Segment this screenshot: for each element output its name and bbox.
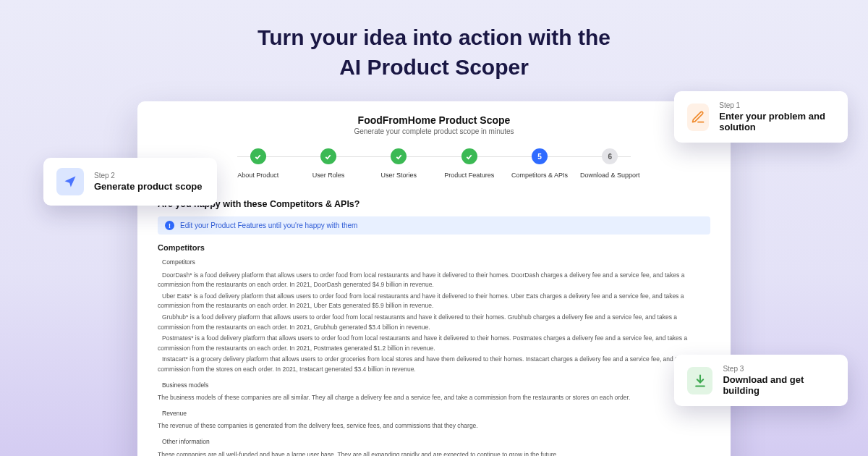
headline-line-1: Turn your idea into action with the (258, 25, 610, 49)
headline-line-2: AI Product Scoper (339, 55, 529, 79)
callout-step-1: Step 1 Enter your problem and solution (674, 91, 848, 143)
step-label: Product Features (444, 172, 494, 179)
body-sub-revenue: Revenue (158, 409, 710, 419)
download-icon (687, 367, 712, 394)
other-info-text: These companies are all well-funded and … (158, 450, 710, 457)
callout-step-3: Step 3 Download and get building (674, 355, 848, 406)
info-banner[interactable]: ! Edit your Product Features until you'r… (158, 216, 710, 235)
body-sub-other: Other information (158, 437, 710, 447)
callout-step-2: Step 2 Generate product scope (43, 158, 217, 206)
app-title: FoodFromHome Product Scope (158, 114, 710, 126)
body-sub-business-models: Business models (158, 381, 710, 391)
check-icon (391, 148, 407, 164)
send-icon (56, 168, 84, 195)
competitor-doordash: DoorDash* is a food delivery platform th… (158, 271, 710, 290)
check-icon (461, 148, 477, 164)
check-icon (320, 148, 336, 164)
step-label: About Product (237, 172, 278, 179)
callout-kicker: Step 1 (719, 101, 835, 109)
edit-icon (687, 104, 709, 131)
step-label: User Roles (312, 172, 345, 179)
competitor-ubereats: Uber Eats* is a food delivery platform t… (158, 292, 710, 311)
step-user-roles[interactable]: User Roles (293, 148, 363, 179)
step-number: 5 (532, 148, 548, 164)
step-user-stories[interactable]: User Stories (364, 148, 434, 179)
competitor-postmates: Postmates* is a food delivery platform t… (158, 334, 710, 353)
step-about-product[interactable]: About Product (223, 148, 293, 179)
callout-kicker: Step 2 (94, 172, 203, 180)
progress-stepper: About Product User Roles User Stories Pr… (223, 148, 645, 179)
step-download-support[interactable]: 6 Download & Support (575, 148, 645, 179)
step-label: Download & Support (580, 172, 640, 179)
step-number: 6 (602, 148, 618, 164)
page-headline: Turn your idea into action with the AI P… (0, 0, 868, 82)
competitor-instacart: Instacart* is a grocery delivery platfor… (158, 355, 710, 374)
step-competitors-apis[interactable]: 5 Competitors & APIs (504, 148, 574, 179)
step-product-features[interactable]: Product Features (434, 148, 504, 179)
callout-title: Enter your problem and solution (719, 111, 835, 132)
step-label: Competitors & APIs (511, 172, 568, 179)
callout-title: Download and get building (723, 374, 835, 396)
competitor-grubhub: Grubhub* is a food delivery platform tha… (158, 313, 710, 332)
business-models-text: The business models of these companies a… (158, 393, 710, 403)
app-window: FoodFromHome Product Scope Generate your… (137, 101, 731, 456)
callout-kicker: Step 3 (723, 365, 835, 373)
revenue-text: The revenue of these companies is genera… (158, 421, 710, 431)
competitors-body: Competitors DoorDash* is a food delivery… (158, 258, 710, 456)
info-icon: ! (165, 221, 174, 230)
callout-title: Generate product scope (94, 181, 203, 192)
competitors-heading: Competitors (158, 243, 710, 252)
app-subtitle: Generate your complete product scope in … (158, 127, 710, 135)
check-icon (250, 148, 266, 164)
body-sub-competitors: Competitors (158, 258, 710, 268)
step-label: User Stories (381, 172, 417, 179)
info-banner-text: Edit your Product Features until you're … (180, 221, 357, 229)
section-question: Are you happy with these Competitors & A… (158, 199, 710, 209)
